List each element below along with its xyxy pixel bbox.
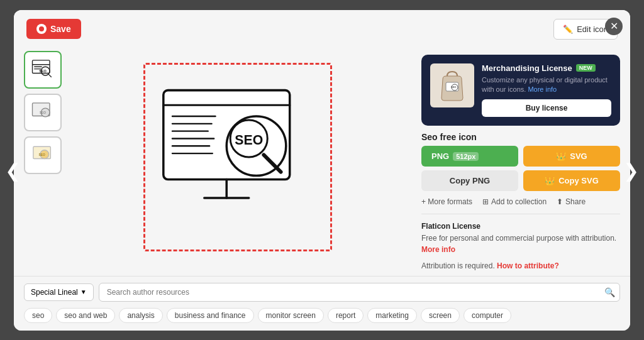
save-button[interactable]: Save (26, 19, 81, 39)
share-item[interactable]: ⬆ Share (557, 197, 586, 206)
thumbnail-2[interactable]: SEO (24, 94, 62, 131)
flaticon-license-desc: Free for personal and commercial purpose… (421, 233, 620, 255)
add-collection-label: Add to collection (491, 197, 547, 206)
pinterest-icon (36, 24, 47, 34)
pencil-icon: ✏️ (563, 25, 573, 34)
crown-icon-2: 👑 (545, 176, 555, 185)
tags-row: seoseo and webanalysisbusiness and finan… (24, 308, 620, 323)
tag-item[interactable]: computer (464, 308, 511, 323)
license-info: Merchandising License NEW Customize any … (482, 63, 611, 118)
how-to-attribute-link[interactable]: How to attribute? (497, 261, 559, 270)
svg-text:SEO: SEO (39, 153, 45, 156)
svg-text:SEO: SEO (451, 85, 456, 89)
icon-thumbnails: SEO SEO SEO (24, 48, 62, 266)
free-icon-section: Seo free icon PNG 512px 👑 SVG Copy PNG (421, 132, 620, 191)
share-label: Share (565, 197, 586, 206)
save-label: Save (50, 24, 71, 34)
action-row: + More formats ⊞ Add to collection ⬆ Sha… (421, 197, 620, 206)
license-title-text: Merchandising License (482, 63, 572, 73)
copy-svg-button[interactable]: 👑 Copy SVG (523, 170, 620, 191)
svg-text:SEO: SEO (235, 132, 263, 147)
search-input[interactable] (99, 283, 620, 302)
svg-label: SVG (570, 151, 587, 161)
search-row: Special Lineal ▼ 🔍 (24, 283, 620, 302)
png-size-badge: 512px (453, 152, 479, 161)
svg-text:SEO: SEO (40, 111, 46, 114)
edit-icon-label: Edit icon (577, 25, 608, 34)
license-section: Flaticon License Free for personal and c… (421, 222, 620, 255)
tag-item[interactable]: analysis (119, 308, 162, 323)
divider-1 (421, 214, 620, 214)
main-icon-area: SEO (69, 48, 406, 266)
new-badge: NEW (576, 64, 596, 72)
close-button[interactable]: ✕ (605, 18, 623, 35)
format-row: PNG 512px 👑 SVG (421, 146, 620, 167)
svg-button[interactable]: 👑 SVG (523, 146, 620, 167)
svg-line-5 (48, 74, 52, 77)
tag-item[interactable]: screen (421, 308, 460, 323)
tag-item[interactable]: marketing (367, 308, 417, 323)
modal: ✕ Save ✏️ Edit icon (14, 10, 630, 331)
license-title: Merchandising License NEW (482, 63, 611, 73)
tag-item[interactable]: seo (24, 308, 52, 323)
copy-png-button[interactable]: Copy PNG (421, 170, 518, 191)
prev-arrow[interactable]: ❮ (5, 159, 21, 181)
license-description: Customize any physical or digital produc… (482, 75, 611, 95)
copy-row: Copy PNG 👑 Copy SVG (421, 170, 620, 191)
png-label: PNG (431, 151, 449, 161)
attribution-row: Attribution is required. How to attribut… (421, 261, 620, 270)
license-card: SEO Merchandising License NEW Customize … (421, 55, 620, 126)
buy-license-button[interactable]: Buy license (482, 99, 611, 117)
thumbnail-1[interactable]: SEO (24, 51, 62, 89)
right-panel: SEO Merchandising License NEW Customize … (416, 48, 630, 276)
copy-svg-label: Copy SVG (558, 176, 599, 185)
svg-text:SEO: SEO (39, 69, 47, 73)
share-icon: ⬆ (557, 197, 563, 206)
free-icon-title: Seo free icon (421, 132, 620, 142)
crown-icon: 👑 (556, 151, 566, 161)
flaticon-license-title: Flaticon License (421, 222, 620, 231)
search-button[interactable]: 🔍 (604, 287, 615, 297)
tag-item[interactable]: seo and web (56, 308, 115, 323)
search-input-wrap: 🔍 (99, 283, 620, 302)
more-info-link[interactable]: More info (528, 85, 557, 93)
png-button[interactable]: PNG 512px (421, 146, 518, 167)
more-formats-item[interactable]: + More formats (421, 197, 472, 206)
bottom-section: Special Lineal ▼ 🔍 seoseo and webanalysi… (14, 276, 630, 331)
flaticon-more-info-link[interactable]: More info (421, 245, 455, 254)
next-arrow[interactable]: ❯ (623, 159, 639, 181)
add-collection-item[interactable]: ⊞ Add to collection (482, 197, 547, 206)
tag-item[interactable]: business and finance (167, 308, 254, 323)
thumbnail-3[interactable]: SEO (24, 136, 62, 174)
icon-selection-border: SEO (143, 63, 332, 251)
left-panel: SEO SEO SEO (14, 48, 416, 276)
license-preview-image: SEO (430, 63, 474, 107)
style-select[interactable]: Special Lineal ▼ (24, 283, 94, 301)
modal-header: Save ✏️ Edit icon (14, 10, 630, 48)
style-select-label: Special Lineal (31, 288, 78, 297)
modal-body: SEO SEO SEO (14, 48, 630, 276)
tag-item[interactable]: report (328, 308, 364, 323)
collection-icon: ⊞ (482, 197, 489, 206)
chevron-down-icon: ▼ (80, 288, 87, 295)
tag-item[interactable]: monitor screen (258, 308, 324, 323)
